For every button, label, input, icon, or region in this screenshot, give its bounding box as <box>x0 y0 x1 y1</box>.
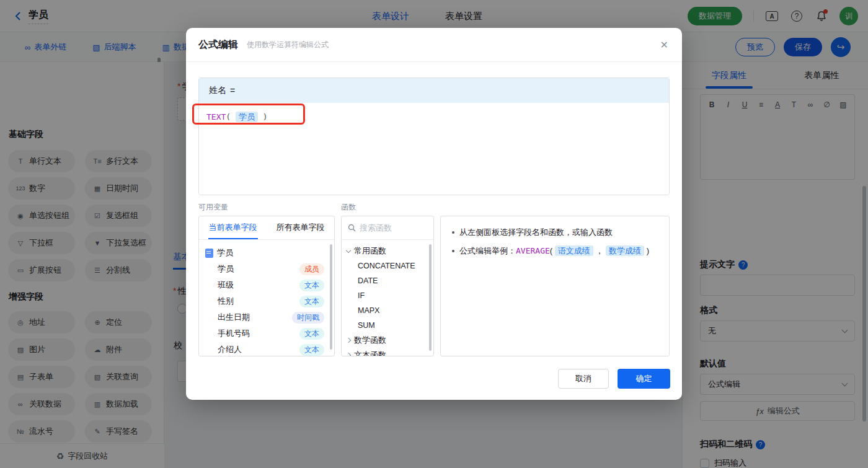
field-chip: 语文成绩 <box>555 245 593 256</box>
modal-header: 公式编辑 使用数学运算符编辑公式 ✕ <box>186 28 682 62</box>
functions-panel: 搜索函数 常用函数 CONCATENATE DATE IF MAPX SUM 数… <box>341 216 434 356</box>
tip-example-line: 公式编辑举例：AVERAGE( 语文成绩 ， 数学成绩 ) <box>452 245 658 257</box>
type-tag-text: 文本 <box>299 280 324 291</box>
tab-all-form-fields[interactable]: 所有表单字段 <box>267 216 334 239</box>
formula-target-row: 姓名 = <box>199 78 669 103</box>
type-tag-timestamp: 时间戳 <box>292 312 324 324</box>
formula-target: 姓名 <box>209 85 226 96</box>
bullet-icon <box>452 250 454 252</box>
chevron-right-icon <box>346 353 351 356</box>
confirm-button[interactable]: 确定 <box>618 369 670 389</box>
bullet-icon <box>452 231 454 234</box>
field-chip: 数学成绩 <box>606 245 644 256</box>
modal-title: 公式编辑 <box>198 38 238 51</box>
type-tag-text: 文本 <box>299 344 324 356</box>
search-placeholder: 搜索函数 <box>360 223 392 234</box>
variables-root-node[interactable]: 学员 <box>205 245 334 261</box>
formula-body[interactable]: TEXT( 学员 ) <box>199 103 669 195</box>
function-group-text[interactable]: 文本函数 <box>347 348 433 356</box>
example-function: AVERAGE <box>516 246 550 255</box>
function-search-input[interactable]: 搜索函数 <box>342 216 433 240</box>
formula-function: TEXT <box>206 112 226 121</box>
functions-scrollbar-thumb[interactable] <box>429 244 432 351</box>
chevron-down-icon <box>346 248 351 253</box>
chevron-right-icon <box>346 338 351 343</box>
variables-scrollbar-thumb[interactable] <box>330 244 332 350</box>
formula-edit-modal: 公式编辑 使用数学运算符编辑公式 ✕ 姓名 = TEXT( 学员 ) 可用变量 … <box>186 28 682 400</box>
formula-editor[interactable]: 姓名 = TEXT( 学员 ) <box>198 77 670 195</box>
variable-row[interactable]: 班级文本 <box>205 277 334 293</box>
variable-row[interactable]: 性别文本 <box>205 293 334 309</box>
type-tag-text: 文本 <box>299 296 324 307</box>
functions-label: 函数 <box>341 202 356 213</box>
formula-operator: = <box>230 86 235 95</box>
type-tag-text: 文本 <box>299 328 324 340</box>
close-icon[interactable]: ✕ <box>660 39 668 51</box>
cancel-button[interactable]: 取消 <box>558 369 609 389</box>
variables-label: 可用变量 <box>198 202 228 213</box>
function-item[interactable]: CONCATENATE <box>347 258 433 273</box>
tip-line: 从左侧面板选择字段名和函数，或输入函数 <box>452 226 658 239</box>
app-root: 学员 表单设计 表单设置 数据管理 A ? 训 ∞表单外链 ▧后端脚本 ▥数据权… <box>0 0 868 468</box>
function-group-math[interactable]: 数学函数 <box>347 333 433 348</box>
tips-panel: 从左侧面板选择字段名和函数，或输入函数 公式编辑举例：AVERAGE( 语文成绩… <box>440 216 670 356</box>
function-item[interactable]: DATE <box>347 273 433 288</box>
type-tag-member: 成员 <box>299 263 324 275</box>
variable-row[interactable]: 手机号码文本 <box>205 325 334 342</box>
function-item[interactable]: MAPX <box>347 303 433 318</box>
form-doc-icon <box>205 249 213 258</box>
variable-row[interactable]: 出生日期时间戳 <box>205 309 334 325</box>
function-item[interactable]: SUM <box>347 318 433 333</box>
variables-panel: 当前表单字段 所有表单字段 学员 学员成员 班级文本 性别文本 出生日期时间戳 … <box>198 216 335 356</box>
field-chip: 学员 <box>236 112 258 122</box>
function-item[interactable]: IF <box>347 288 433 303</box>
function-group-common[interactable]: 常用函数 <box>347 244 433 258</box>
tab-current-form-fields[interactable]: 当前表单字段 <box>199 216 267 239</box>
search-icon <box>348 224 356 232</box>
variable-row[interactable]: 学员成员 <box>205 261 334 277</box>
variable-row[interactable]: 介绍人文本 <box>205 342 334 356</box>
modal-subtitle: 使用数学运算符编辑公式 <box>247 40 329 50</box>
